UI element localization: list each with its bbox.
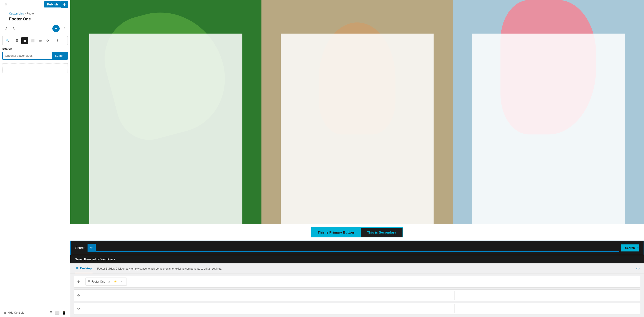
footer-builder-row-1: ⚙ ⠿ Footer One ⚙ ⚡ ✕ (74, 276, 640, 288)
undo-icon: ↺ (4, 26, 8, 30)
loop-tool-button[interactable]: ⟳ (44, 37, 51, 44)
search-preview-inner: Search (3, 52, 67, 59)
more-icon: ⋮ (62, 26, 66, 30)
mobile-view-button[interactable]: 📱 (62, 310, 66, 315)
row-3-cell-3[interactable] (455, 304, 640, 313)
top-bar-left: ✕ (2, 1, 44, 8)
footer-builder-rows: ⚙ ⠿ Footer One ⚙ ⚡ ✕ (70, 274, 644, 317)
list-icon: ☰ (16, 39, 18, 42)
row-3-cell-2[interactable] (269, 304, 455, 313)
desktop-icon: 🖥 (49, 311, 53, 314)
footer-search-label: Search (75, 246, 85, 250)
footer-edit-pen[interactable]: ✏ (637, 246, 640, 250)
footer-search-button[interactable]: Search (621, 244, 639, 252)
search-tool-icon: 🔍 (6, 39, 9, 42)
undo-redo-toolbar: ↺ ↻ + ⋮ (0, 23, 70, 34)
footer-one-component[interactable]: ⠿ Footer One ⚙ ⚡ ✕ (86, 278, 127, 286)
tablet-icon: ⬜ (55, 311, 60, 314)
neve-bar: Neve | Powered by WordPress (70, 255, 644, 263)
block-icon: ▣ (23, 39, 26, 42)
add-block-icon: + (34, 66, 36, 70)
mobile-icon: 📱 (62, 311, 66, 314)
toolbar-separator-2 (52, 38, 53, 43)
breadcrumb-area: ‹ Customizing › Footer Footer One (0, 9, 70, 23)
left-panel: ✕ Publish ⚙ ‹ Customizing › Footer Foote… (0, 0, 70, 317)
preview-button-bar: This is Primary Button This is Secondary (70, 224, 644, 240)
row-3-gear[interactable]: ⚙ (74, 303, 83, 314)
gear-icon-row1: ⚙ (77, 280, 80, 284)
breadcrumb: ‹ Customizing › Footer (4, 11, 66, 16)
breadcrumb-parent[interactable]: Customizing (9, 12, 24, 15)
add-icon: + (55, 26, 57, 31)
search-preview-button[interactable]: Search (52, 52, 67, 59)
row-2-cells (83, 291, 640, 300)
row-1-content: ⠿ Footer One ⚙ ⚡ ✕ (83, 278, 364, 286)
info-icon[interactable]: ⓘ (636, 267, 640, 271)
search-block-label: Search (2, 47, 68, 50)
row-2-cell-1[interactable] (83, 291, 269, 300)
desktop-view-button[interactable]: 🖥 (49, 310, 53, 315)
search-placeholder-input[interactable] (3, 52, 52, 59)
more-options-button[interactable]: ⋮ (60, 25, 68, 32)
desktop-tab-icon: 🖥 (76, 267, 79, 270)
preview-area: This is Primary Button This is Secondary… (70, 0, 644, 263)
footer-builder: 🖥 Desktop Footer Builder: Click on any e… (70, 263, 644, 317)
row-3-cells (83, 304, 640, 313)
stripe-icon: ▭ (39, 39, 42, 42)
search-tool-button[interactable]: 🔍 (4, 37, 11, 44)
close-button[interactable]: ✕ (2, 1, 10, 8)
toolbar-separator (12, 38, 12, 43)
secondary-button-preview[interactable]: This is Secondary (360, 227, 403, 238)
breadcrumb-child: Footer (27, 12, 35, 15)
more-block-icon: ⋮ (56, 39, 59, 42)
img-card-2 (281, 34, 434, 224)
row-2-gear[interactable]: ⚙ (74, 290, 83, 301)
add-block-toolbar-button[interactable]: + (52, 25, 60, 32)
search-block-preview: Search (2, 52, 68, 60)
product-image-deer (262, 0, 452, 224)
row-1-cell-2[interactable] (364, 277, 502, 286)
row-3-cell-1[interactable] (83, 304, 269, 313)
product-image-pink (453, 0, 644, 224)
footer-edit-icon-button[interactable]: ✏ (88, 244, 96, 252)
wide-tool-button[interactable]: ⬜ (29, 37, 36, 44)
breadcrumb-separator: › (25, 12, 26, 15)
footer-builder-row-2: ⚙ (74, 289, 640, 301)
img-card-3 (472, 34, 625, 224)
hide-controls-button[interactable]: ◉ Hide Controls (4, 311, 24, 314)
row-1-gear[interactable]: ⚙ (74, 276, 83, 287)
footer-builder-row-3: ⚙ (74, 303, 640, 315)
block-tool-button[interactable]: ▣ (21, 37, 28, 44)
redo-button[interactable]: ↻ (10, 25, 18, 32)
footer-builder-tabs: 🖥 Desktop Footer Builder: Click on any e… (70, 264, 644, 274)
block-toolbar: 🔍 ☰ ▣ ⬜ ▭ ⟳ ⋮ (2, 36, 68, 45)
component-close-button[interactable]: ✕ (119, 279, 124, 284)
redo-icon: ↻ (13, 26, 16, 30)
settings-button[interactable]: ⚙ (61, 1, 68, 8)
list-tool-button[interactable]: ☰ (14, 37, 20, 44)
tab-desktop[interactable]: 🖥 Desktop (75, 264, 92, 273)
row-1-cell-3[interactable] (502, 277, 640, 286)
top-bar: ✕ Publish ⚙ (0, 0, 70, 9)
more-tool-button[interactable]: ⋮ (54, 37, 61, 44)
page-title: Footer One (9, 17, 66, 22)
view-buttons: 🖥 ⬜ 📱 (49, 310, 66, 315)
component-sliders-button[interactable]: ⚡ (113, 279, 118, 284)
circle-icon: ◉ (4, 311, 6, 314)
stripe-tool-button[interactable]: ▭ (37, 37, 44, 44)
component-gear-button[interactable]: ⚙ (106, 279, 112, 284)
primary-button-preview[interactable]: This is Primary Button (311, 227, 360, 238)
tablet-view-button[interactable]: ⬜ (55, 310, 60, 315)
product-images (70, 0, 644, 224)
undo-button[interactable]: ↺ (2, 25, 10, 32)
row-2-cell-2[interactable] (269, 291, 455, 300)
publish-button[interactable]: Publish (44, 1, 61, 8)
drag-handle: ⠿ (88, 280, 90, 283)
footer-search-input[interactable] (96, 244, 619, 252)
gear-icon-row2: ⚙ (77, 294, 80, 297)
add-block-button[interactable]: + (2, 63, 68, 73)
gear-icon: ⚙ (63, 3, 66, 6)
product-image-grasshopper (70, 0, 262, 224)
row-2-cell-3[interactable] (455, 291, 640, 300)
back-arrow-button[interactable]: ‹ (4, 11, 8, 16)
